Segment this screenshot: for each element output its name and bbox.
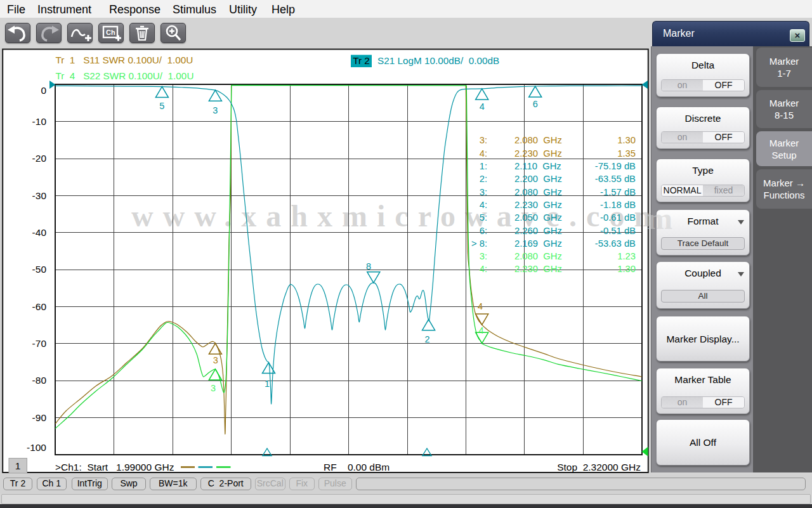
svg-text:2.169 GHz: 2.169 GHz bbox=[514, 238, 562, 249]
svg-text:5:: 5: bbox=[480, 212, 487, 223]
svg-text:Tr 1 S11 SWR 0.100U/ 1.00U: Tr 1 S11 SWR 0.100U/ 1.00U bbox=[56, 55, 193, 65]
svg-text:Tr 4 S22 SWR 0.100U/ 1.00U: Tr 4 S22 SWR 0.100U/ 1.00U bbox=[56, 70, 194, 81]
svg-text:3:: 3: bbox=[480, 187, 487, 197]
svg-text:-100: -100 bbox=[27, 442, 46, 453]
svg-text:3: 3 bbox=[213, 105, 218, 115]
svg-text:-0.61 dB: -0.61 dB bbox=[600, 212, 636, 223]
svg-text:4:: 4: bbox=[480, 200, 487, 210]
svg-text:2.260 GHz: 2.260 GHz bbox=[514, 226, 562, 236]
svg-text:1.30: 1.30 bbox=[617, 264, 636, 274]
svg-text:2.080 GHz: 2.080 GHz bbox=[514, 187, 562, 197]
svg-text:4:: 4: bbox=[480, 264, 487, 274]
svg-text:2.110 GHz: 2.110 GHz bbox=[514, 161, 561, 171]
svg-text:3:: 3: bbox=[480, 135, 487, 145]
svg-text:2.200 GHz: 2.200 GHz bbox=[514, 174, 562, 184]
svg-text:8: 8 bbox=[366, 261, 371, 271]
svg-text:2.050 GHz: 2.050 GHz bbox=[514, 212, 562, 223]
svg-text:1.30: 1.30 bbox=[617, 135, 636, 145]
svg-text:3:: 3: bbox=[480, 251, 487, 261]
svg-text:-40: -40 bbox=[32, 227, 47, 238]
svg-text:RF 0.00 dBm: RF 0.00 dBm bbox=[324, 462, 390, 472]
svg-text:S21 LogM 10.00dB/ 0.00dB: S21 LogM 10.00dB/ 0.00dB bbox=[377, 55, 499, 66]
svg-text:-90: -90 bbox=[32, 412, 47, 423]
svg-text:2.080 GHz: 2.080 GHz bbox=[514, 251, 562, 261]
svg-text:5: 5 bbox=[159, 101, 164, 111]
svg-text:-63.55 dB: -63.55 dB bbox=[595, 174, 636, 184]
svg-text:1: 1 bbox=[15, 460, 21, 471]
svg-text:Tr 2: Tr 2 bbox=[353, 55, 370, 66]
svg-text:www.xahxmicrowave.com: www.xahxmicrowave.com bbox=[131, 199, 669, 233]
svg-text:3: 3 bbox=[211, 383, 216, 393]
svg-text:6:: 6: bbox=[480, 226, 487, 236]
svg-text:-20: -20 bbox=[32, 153, 47, 164]
svg-text:Stop 2.32000 GHz: Stop 2.32000 GHz bbox=[557, 462, 641, 472]
svg-text:> 8:: > 8: bbox=[471, 238, 487, 249]
svg-text:-80: -80 bbox=[32, 375, 47, 386]
svg-text:-70: -70 bbox=[32, 338, 47, 349]
svg-text:6: 6 bbox=[533, 99, 538, 109]
svg-text:2.230 GHz: 2.230 GHz bbox=[514, 148, 562, 159]
svg-text:4: 4 bbox=[478, 301, 483, 311]
svg-text:2.080 GHz: 2.080 GHz bbox=[514, 135, 562, 145]
svg-text:2.230 GHz: 2.230 GHz bbox=[514, 264, 562, 274]
svg-text:2:: 2: bbox=[480, 174, 487, 184]
svg-text:3: 3 bbox=[213, 355, 218, 365]
svg-text:-53.63 dB: -53.63 dB bbox=[595, 238, 636, 249]
svg-text:-75.19 dB: -75.19 dB bbox=[595, 161, 636, 171]
svg-text:-30: -30 bbox=[32, 190, 47, 201]
svg-text:-1.18 dB: -1.18 dB bbox=[600, 200, 636, 210]
svg-text:-1.57 dB: -1.57 dB bbox=[600, 187, 636, 197]
svg-text:1:: 1: bbox=[480, 161, 487, 171]
svg-text:2: 2 bbox=[424, 334, 429, 344]
svg-text:4: 4 bbox=[480, 101, 485, 112]
svg-text:1.23: 1.23 bbox=[617, 251, 636, 261]
svg-text:-0.51 dB: -0.51 dB bbox=[600, 226, 636, 236]
svg-text:2.230 GHz: 2.230 GHz bbox=[514, 200, 562, 210]
svg-text:-50: -50 bbox=[32, 264, 47, 275]
svg-text:1: 1 bbox=[265, 379, 270, 389]
svg-text:0: 0 bbox=[41, 85, 46, 96]
svg-text:4: 4 bbox=[478, 325, 483, 335]
svg-text:-10: -10 bbox=[32, 116, 47, 127]
svg-text:>Ch1: Start 1.99000 GHz: >Ch1: Start 1.99000 GHz bbox=[55, 462, 174, 472]
svg-text:4:: 4: bbox=[480, 148, 487, 159]
svg-text:1.35: 1.35 bbox=[617, 148, 636, 159]
svg-text:-60: -60 bbox=[32, 301, 47, 312]
